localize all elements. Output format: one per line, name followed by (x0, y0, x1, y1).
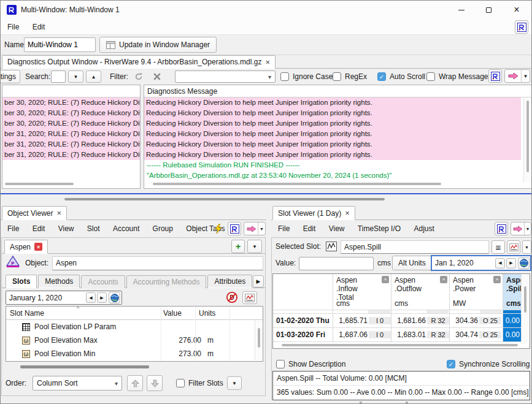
order-combobox[interactable]: Column Sort ▾ (33, 376, 122, 391)
status-row[interactable]: ------ Rulebased Simulation RUN FINISHED… (144, 160, 521, 170)
filter-slots-menu-button[interactable]: ▼ (227, 376, 242, 390)
column-header-outflow[interactable]: Aspen .Outflow cms × (391, 274, 449, 310)
update-window-manager-button[interactable]: Update in Window Manager (99, 37, 217, 53)
context-row[interactable]: ber 31, 2020; RULE: (7) Reduce Hickory D… (2, 139, 140, 150)
selected-slot-field[interactable]: Aspen.Spill (341, 240, 489, 254)
diagnostics-tab-close-icon[interactable]: × (265, 58, 270, 67)
slot-viewer-tab-close-icon[interactable]: × (345, 208, 350, 218)
ov-menu-slot[interactable]: Slot (82, 220, 106, 237)
diagnostics-manager-split-button[interactable]: ▼ (504, 69, 530, 83)
diagnostics-context-pane[interactable]: ber 30, 2020; RULE: (7) Reduce Hickory D… (2, 85, 141, 189)
message-row[interactable]: Reducing Hickory Diversion to help meet … (144, 150, 521, 160)
slot-options-button[interactable]: ▼ (522, 240, 531, 254)
menu-file[interactable]: File (2, 19, 25, 35)
filter-slots-checkbox[interactable] (176, 379, 185, 387)
ov-menu-group[interactable]: Group (147, 220, 179, 237)
minimize-button[interactable] (447, 1, 476, 19)
sv-menu-adjust[interactable]: Adjust (408, 220, 439, 237)
column-close-icon[interactable]: × (382, 276, 389, 283)
sv-menu-timestep-io[interactable]: TimeStep I/O (352, 220, 406, 237)
search-prev-button[interactable]: ▲ (86, 71, 101, 83)
plot-slot-button[interactable] (507, 240, 520, 254)
tab-slots[interactable]: Slots (6, 275, 37, 288)
column-header-inflow[interactable]: Aspen .Inflow .Total cms × (333, 274, 391, 310)
filter-combobox[interactable]: ▾ (175, 71, 276, 83)
date-next-button[interactable]: ▶ (97, 292, 107, 303)
context-row[interactable]: ber 31, 2020; RULE: (7) Reduce Hickory D… (2, 150, 140, 160)
plot-slots-button[interactable] (242, 291, 257, 304)
menu-edit[interactable]: Edit (27, 19, 51, 35)
slot-row[interactable]: ω Pool Elevation Max 276.00 m (6, 333, 263, 347)
ov-date-field[interactable]: January 1, 2020 ◀ ▶ (6, 291, 122, 305)
sv-riverware-button[interactable] (495, 222, 508, 235)
ov-menu-edit[interactable]: Edit (27, 220, 51, 237)
tab-accounting-methods[interactable]: Accounting Methods (126, 275, 207, 288)
date-prev-button[interactable]: ◀ (86, 292, 96, 303)
synchronize-scrolling-checkbox[interactable]: ✓ (447, 360, 455, 368)
ov-menu-account[interactable]: Account (107, 220, 145, 237)
add-object-tab-button[interactable]: + (231, 240, 245, 253)
diagnostics-riverware-button[interactable] (488, 69, 502, 83)
alt-units-button[interactable]: Alt Units (392, 256, 432, 270)
close-button[interactable]: × (503, 1, 531, 19)
column-header-power[interactable]: Aspen .Power MW × (450, 274, 503, 310)
clear-filter-button[interactable] (150, 71, 164, 83)
sv-menu-file[interactable]: File (272, 220, 295, 237)
table-row[interactable]: 01-03-2020 Fri 1,687.06 I 0 1,683.01 R 3… (273, 327, 522, 341)
diagnostics-tab[interactable]: Diagnostics Output Window - RiverWare 9.… (2, 55, 276, 69)
ov-menu-view[interactable]: View (53, 220, 80, 237)
slot-row[interactable]: Pool Elevation LP Param (6, 320, 263, 333)
selected-cell[interactable]: 0.00 (503, 328, 522, 341)
wrap-messages-checkbox[interactable] (426, 72, 435, 81)
context-row[interactable]: ber 31, 2020; RULE: (7) Reduce Hickory D… (2, 129, 140, 139)
tab-methods[interactable]: Methods (38, 275, 80, 288)
sv-diagnostics-split-button[interactable]: ▼ (511, 222, 531, 235)
maximize-button[interactable] (474, 1, 503, 19)
context-hscrollbar[interactable] (5, 183, 74, 185)
context-row[interactable]: ber 30, 2020; RULE: (7) Reduce Hickory D… (2, 97, 140, 108)
tabs-scroll-right-button[interactable]: ▶ (253, 275, 264, 288)
selected-cell[interactable]: 0.00 (503, 314, 522, 327)
splitter-handle[interactable] (64, 198, 385, 200)
context-row[interactable]: ber 30, 2020; RULE: (7) Reduce Hickory D… (2, 108, 140, 118)
ignore-case-checkbox[interactable] (280, 72, 289, 81)
date-prev-button[interactable]: ◀ (495, 258, 505, 269)
message-row[interactable]: Reducing Hickory Diversion to help meet … (144, 129, 521, 139)
column-header-spill[interactable]: Aspen .Spill cms (503, 274, 522, 310)
settings-button[interactable]: Settings (0, 70, 20, 83)
message-row[interactable]: Reducing Hickory Diversion to help meet … (144, 108, 521, 118)
auto-scroll-checkbox[interactable]: ✓ (377, 72, 386, 81)
message-row[interactable]: Reducing Hickory Diversion to help meet … (144, 139, 521, 150)
object-viewer-tab-close-icon[interactable]: × (56, 208, 61, 218)
ov-diagnostics-split-button[interactable]: ▼ (244, 222, 266, 235)
search-next-button[interactable]: ▼ (68, 71, 83, 83)
sv-table-hscrollbar[interactable] (273, 343, 530, 348)
search-input[interactable] (51, 71, 66, 83)
split-caret-icon[interactable]: ▼ (524, 223, 531, 235)
date-globe-button[interactable] (109, 292, 120, 303)
value-input[interactable] (299, 257, 374, 270)
regex-checkbox[interactable] (333, 72, 341, 81)
riverware-window-button[interactable] (515, 20, 528, 34)
col-slot-name[interactable]: Slot Name (6, 309, 160, 318)
tab-accounts[interactable]: Accounts (81, 275, 125, 288)
table-row[interactable]: 01-02-2020 Thu 1,685.71 I 0 1,681.66 R 3… (273, 313, 522, 327)
object-tab-list-button[interactable]: ▼ (247, 240, 262, 253)
message-vscrollbar[interactable] (523, 98, 531, 182)
slot-table-hscrollbar[interactable] (6, 365, 263, 369)
column-close-icon[interactable]: × (493, 276, 501, 283)
split-caret-icon[interactable]: ▼ (258, 223, 265, 235)
name-input[interactable] (24, 37, 96, 52)
column-close-icon[interactable]: × (440, 276, 447, 283)
sv-menu-view[interactable]: View (323, 220, 350, 237)
message-row[interactable]: Reducing Hickory Diversion to help meet … (144, 118, 521, 129)
object-viewer-tab[interactable]: Object Viewer × (2, 206, 67, 220)
slot-viewer-tab[interactable]: Slot Viewer (1 Day) × (272, 206, 355, 220)
col-value[interactable]: Value (160, 309, 194, 318)
status-row[interactable]: "ArbborBasin_Operations.mdl.gz at 23:53:… (144, 170, 521, 181)
ov-riverware-button[interactable] (228, 222, 241, 235)
sv-menu-edit[interactable]: Edit (298, 220, 322, 237)
run-button[interactable] (212, 222, 225, 235)
tab-attributes[interactable]: Attributes (207, 275, 252, 288)
sort-indicator-icon[interactable]: ^ (77, 306, 79, 311)
